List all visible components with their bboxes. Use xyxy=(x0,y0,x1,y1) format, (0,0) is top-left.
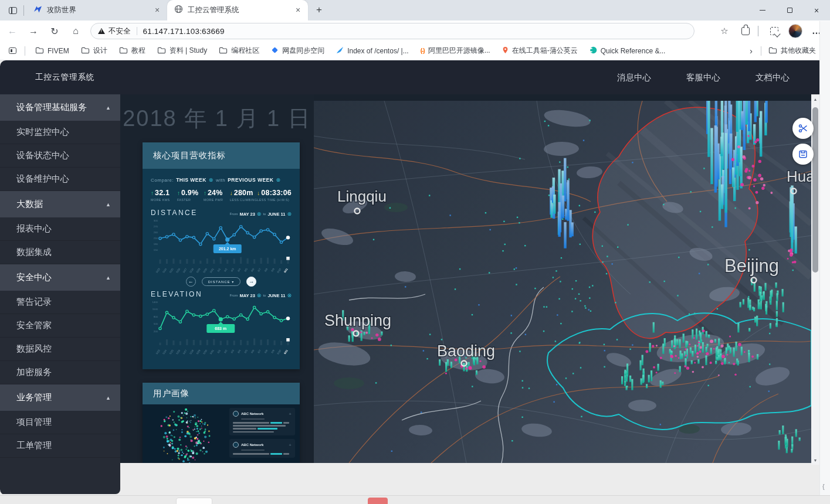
bookmarks-overflow-button[interactable]: › xyxy=(745,46,757,56)
svg-text:180: 180 xyxy=(154,243,158,246)
forward-button[interactable]: → xyxy=(25,23,42,39)
map-svg[interactable]: LingqiuShunpingBaodingBeijingHuai xyxy=(314,101,811,463)
workspaces-button[interactable] xyxy=(5,3,21,18)
particle-head-visualization xyxy=(145,404,227,463)
profile-button[interactable] xyxy=(787,23,804,39)
navbar-link-2[interactable]: 文档中心 xyxy=(756,72,790,83)
date-toggle-icon[interactable]: ⊗ xyxy=(257,292,262,298)
sidebar-item-6[interactable]: 数据集成 xyxy=(0,241,120,264)
new-tab-button[interactable]: + xyxy=(311,3,327,18)
bookmark-item-6[interactable]: Index of /centos/ |... xyxy=(332,44,413,58)
tab-close-icon[interactable]: × xyxy=(293,5,303,16)
navbar-link-0[interactable]: 消息中心 xyxy=(617,72,651,83)
follow-plus-icon[interactable]: + xyxy=(289,442,292,448)
sidebar-item-9[interactable]: 安全管家 xyxy=(0,314,120,338)
bookmark-item-2[interactable]: 教程 xyxy=(115,44,150,58)
minimize-button[interactable] xyxy=(749,0,776,21)
network-post-0[interactable]: ABC Network+ xyxy=(229,408,295,435)
bookmark-item-4[interactable]: 编程社区 xyxy=(215,44,263,58)
sidebar-item-3[interactable]: 设备维护中心 xyxy=(0,168,120,191)
sidebar-toggle-button[interactable] xyxy=(5,44,20,58)
app-brand[interactable]: 工控云管理系统 xyxy=(35,60,95,94)
bookmark-item-3[interactable]: 资料 | Study xyxy=(153,44,211,58)
sidebar-item-10[interactable]: 数据风控 xyxy=(0,338,120,361)
sidebar-item-8[interactable]: 警告记录 xyxy=(0,291,120,314)
taskbar-item-light[interactable] xyxy=(176,498,212,504)
compare-toggle-icon[interactable]: ⊗ xyxy=(276,177,280,183)
bookmarks-divider xyxy=(25,46,25,56)
persona-body: ABC Network+ABC Network+ xyxy=(143,404,300,463)
compare-toggle-icon[interactable]: ⊗ xyxy=(209,177,214,183)
svg-text:6/6: 6/6 xyxy=(250,349,255,353)
map-visualization[interactable]: LingqiuShunpingBaodingBeijingHuai xyxy=(314,101,811,463)
sidebar-group-0[interactable]: 设备管理基础服务▲ xyxy=(0,94,120,121)
diamond-icon xyxy=(271,46,279,56)
security-label[interactable]: 不安全 xyxy=(109,26,131,36)
sidebar-group-12[interactable]: 业务管理▲ xyxy=(0,384,120,411)
taskbar-item-red[interactable] xyxy=(368,498,388,504)
bookmark-item-0[interactable]: FIVEM xyxy=(31,44,73,58)
collapse-arrow-icon: ▲ xyxy=(106,395,111,401)
bookmark-item-8[interactable]: 在线工具箱-蒲公英云 xyxy=(498,44,582,58)
maximize-button[interactable] xyxy=(776,0,803,21)
svg-text:6/1: 6/1 xyxy=(216,267,221,272)
chart-pager: ←DISTANCE ▾→ xyxy=(151,277,292,287)
scroll-up-arrow[interactable]: ▲ xyxy=(811,96,819,104)
sidebar-item-2[interactable]: 设备状态中心 xyxy=(0,144,120,168)
tab-adworld[interactable]: 攻防世界 × xyxy=(26,0,167,21)
scrollbar-thumb[interactable] xyxy=(812,107,818,273)
sidebar-group-label: 安全中心 xyxy=(16,272,52,283)
green-patch xyxy=(334,377,364,389)
city-label-shunping: Shunping xyxy=(324,312,391,329)
compare-prev-week: PREVIOUS WEEK xyxy=(228,177,273,183)
bookmark-item-9[interactable]: Quick Reference &... xyxy=(585,44,670,58)
sidebar-item-11[interactable]: 加密服务 xyxy=(0,361,120,384)
sidebar-group-4[interactable]: 大数据▲ xyxy=(0,191,120,217)
other-favorites-folder[interactable]: 其他收藏夹 xyxy=(765,44,822,58)
tab-close-icon[interactable]: × xyxy=(152,5,162,16)
sidebar-group-7[interactable]: 安全中心▲ xyxy=(0,264,120,291)
pager-prev-button[interactable]: ← xyxy=(186,277,196,287)
sidebar-item-1[interactable]: 实时监控中心 xyxy=(0,121,120,144)
date-toggle-icon[interactable]: ⊗ xyxy=(287,292,292,298)
save-icon xyxy=(798,149,808,159)
trend-down-icon: ↓ xyxy=(257,190,260,196)
range-text: MAY 23 xyxy=(240,293,255,298)
chart-metric-dropdown[interactable]: DISTANCE ▾ xyxy=(202,277,241,286)
network-post-1[interactable]: ABC Network+ xyxy=(229,439,295,458)
rail-handle-icon[interactable]: { xyxy=(822,483,825,490)
other-favorites-label: 其他收藏夹 xyxy=(781,46,816,56)
date-toggle-icon[interactable]: ⊗ xyxy=(257,211,262,217)
folder-icon xyxy=(81,46,90,56)
follow-plus-icon[interactable]: + xyxy=(289,411,292,417)
close-window-button[interactable]: × xyxy=(803,0,830,21)
chart-title: ELEVATION xyxy=(151,290,202,298)
date-toggle-icon[interactable]: ⊗ xyxy=(287,211,292,217)
svg-text:270: 270 xyxy=(154,225,158,228)
home-button[interactable]: ⌂ xyxy=(67,23,84,39)
svg-text:6/2: 6/2 xyxy=(223,349,228,353)
address-bar[interactable]: 不安全 61.147.171.103:63669 xyxy=(90,23,695,39)
web-capture-button[interactable] xyxy=(765,23,783,39)
save-fab[interactable] xyxy=(792,144,814,165)
adworld-favicon-icon xyxy=(33,5,42,16)
favorite-star-button[interactable]: ☆ xyxy=(716,23,733,39)
navbar-link-1[interactable]: 客服中心 xyxy=(686,72,720,83)
svg-text:6/11: 6/11 xyxy=(283,267,289,273)
bookmark-item-5[interactable]: 网盘同步空间 xyxy=(267,44,328,58)
sidebar-item-13[interactable]: 项目管理 xyxy=(0,411,120,434)
reload-button[interactable]: ↻ xyxy=(46,23,63,39)
screenshot-scissors-fab[interactable] xyxy=(792,118,814,139)
extensions-button[interactable] xyxy=(737,23,754,39)
sidebar-item-5[interactable]: 报表中心 xyxy=(0,217,120,241)
sidebar-item-14[interactable]: 工单管理 xyxy=(0,434,120,458)
bookmark-item-7[interactable]: (-)阿里巴巴开源镜像... xyxy=(416,44,494,58)
url-text[interactable]: 61.147.171.103:63669 xyxy=(143,27,225,36)
back-button[interactable]: ← xyxy=(4,23,21,39)
pager-next-button[interactable]: → xyxy=(246,277,256,287)
tab-gongkong-cloud[interactable]: 工控云管理系统 × xyxy=(167,0,308,21)
bookmark-item-1[interactable]: 设计 xyxy=(77,44,111,58)
revenue-metrics-card: 核心项目营收指标 Compare: THIS WEEK ⊗ with PREVI… xyxy=(143,142,300,369)
scroll-down-arrow[interactable]: ▼ xyxy=(811,457,819,465)
stat-label: FASTER xyxy=(177,198,204,202)
